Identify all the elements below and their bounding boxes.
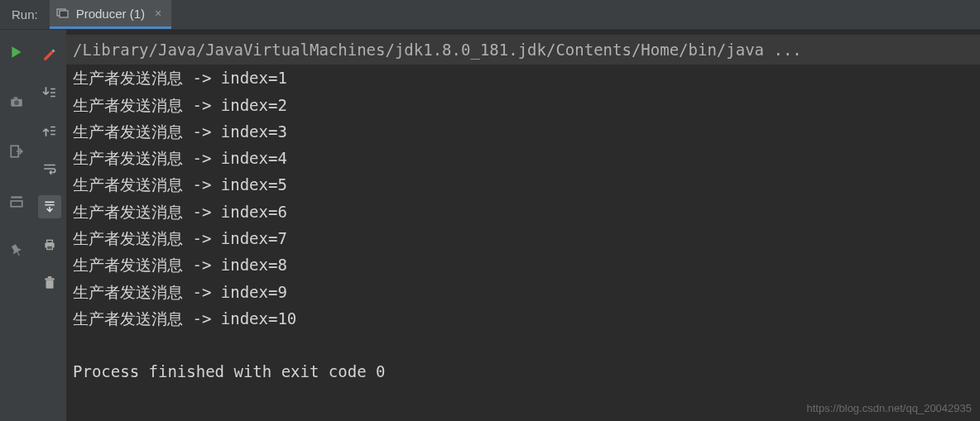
scroll-to-end-icon[interactable] <box>38 195 61 218</box>
svg-rect-7 <box>11 201 22 207</box>
edit-icon[interactable] <box>38 43 61 66</box>
print-icon[interactable] <box>38 233 61 256</box>
output-line: 生产者发送消息 -> index=2 <box>66 92 980 118</box>
console-output[interactable]: /Library/Java/JavaVirtualMachines/jdk1.8… <box>66 30 980 421</box>
stack-icon <box>56 7 70 20</box>
layout-icon[interactable] <box>9 194 24 212</box>
output-line: 生产者发送消息 -> index=5 <box>66 171 980 198</box>
soft-wrap-icon[interactable] <box>38 157 61 180</box>
output-lines: 生产者发送消息 -> index=1生产者发送消息 -> index=2生产者发… <box>66 65 980 332</box>
run-content: /Library/Java/JavaVirtualMachines/jdk1.8… <box>0 30 980 421</box>
svg-rect-1 <box>60 11 68 17</box>
pin-icon[interactable] <box>9 243 24 261</box>
run-panel-header: Run: Producer (1) × <box>0 0 980 30</box>
svg-rect-10 <box>47 246 53 250</box>
svg-rect-12 <box>45 278 54 280</box>
step-down-icon[interactable] <box>38 81 61 104</box>
tab-producer[interactable]: Producer (1) × <box>50 0 172 29</box>
output-line: 生产者发送消息 -> index=7 <box>66 225 980 251</box>
svg-rect-6 <box>11 196 22 198</box>
svg-rect-9 <box>47 240 53 242</box>
output-line: 生产者发送消息 -> index=1 <box>66 65 980 91</box>
command-line: /Library/Java/JavaVirtualMachines/jdk1.8… <box>66 35 980 65</box>
output-line: 生产者发送消息 -> index=8 <box>66 251 980 278</box>
tab-title: Producer (1) <box>76 7 145 21</box>
watermark: https://blog.csdn.net/qq_20042935 <box>807 402 973 414</box>
output-line: 生产者发送消息 -> index=3 <box>66 118 980 145</box>
svg-rect-11 <box>46 280 54 289</box>
exit-icon[interactable] <box>9 144 24 162</box>
svg-point-3 <box>14 100 19 105</box>
svg-rect-13 <box>48 276 52 278</box>
output-line: 生产者发送消息 -> index=6 <box>66 199 980 225</box>
camera-icon[interactable] <box>9 94 24 112</box>
run-label: Run: <box>0 7 50 22</box>
exit-message: Process finished with exit code 0 <box>66 358 980 385</box>
left-gutter <box>0 30 33 421</box>
svg-rect-4 <box>14 97 18 98</box>
step-up-icon[interactable] <box>38 119 61 142</box>
close-icon[interactable]: × <box>151 7 165 20</box>
play-icon[interactable] <box>9 45 24 63</box>
output-line: 生产者发送消息 -> index=9 <box>66 279 980 305</box>
output-line: 生产者发送消息 -> index=4 <box>66 145 980 171</box>
trash-icon[interactable] <box>38 271 61 294</box>
console-toolbar <box>33 30 66 421</box>
output-line: 生产者发送消息 -> index=10 <box>66 305 980 332</box>
